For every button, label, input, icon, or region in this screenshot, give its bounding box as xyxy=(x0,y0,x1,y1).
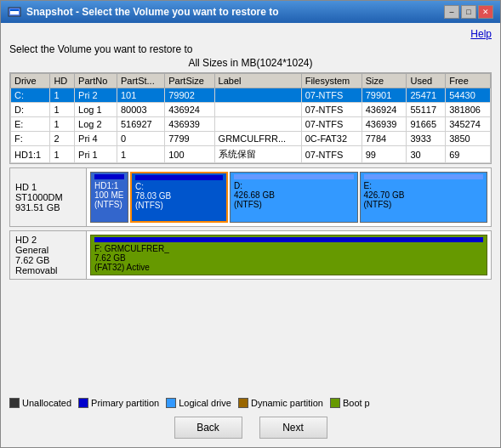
legend-unallocated-label: Unallocated xyxy=(22,398,71,408)
table-cell: Pri 1 xyxy=(75,146,117,163)
partition-fs: (NTFS) xyxy=(135,201,223,210)
table-cell: D: xyxy=(11,103,50,117)
table-cell: 30 xyxy=(407,146,446,163)
table-cell: 07-NTFS xyxy=(301,88,362,103)
partition-label: HD1:1 xyxy=(94,181,124,190)
help-link[interactable]: Help xyxy=(470,28,492,40)
table-cell: 69 xyxy=(446,146,491,163)
table-cell: 79901 xyxy=(362,88,407,103)
minimize-button[interactable]: – xyxy=(444,5,459,19)
back-button[interactable]: Back xyxy=(174,417,242,439)
volumes-table: Drive HD PartNo PartSt... PartSize Label… xyxy=(10,73,491,163)
col-partst: PartSt... xyxy=(117,74,165,88)
partition-sub: 426.70 GB xyxy=(364,190,483,200)
table-row[interactable]: E:1Log 251692743693907-NTFS4369399166534… xyxy=(11,117,491,132)
title-bar-left: Snapshot - Select the Volume you want to… xyxy=(8,5,278,19)
partition-hd1-1[interactable]: HD1:1 100 ME (NTFS) xyxy=(90,172,128,223)
table-cell: 1 xyxy=(50,117,75,132)
legend-primary: Primary partition xyxy=(78,398,159,408)
disk1-row: HD 1 ST1000DM 931.51 GB HD1:1 100 ME (NT… xyxy=(9,167,492,227)
disk2-name: HD 2 xyxy=(15,235,81,245)
table-cell xyxy=(214,88,301,103)
window-title: Snapshot - Select the Volume you want to… xyxy=(26,6,278,18)
disk1-name: HD 1 xyxy=(15,182,81,192)
button-row: Back Next xyxy=(9,411,492,442)
col-drive: Drive xyxy=(11,74,50,88)
legend-logical: Logical drive xyxy=(166,398,231,408)
table-cell: 345274 xyxy=(446,117,491,132)
partition-fs: (NTFS) xyxy=(234,200,353,209)
maximize-button[interactable]: □ xyxy=(461,5,476,19)
table-cell: 3933 xyxy=(407,132,446,146)
volumes-table-container: Drive HD PartNo PartSt... PartSize Label… xyxy=(9,72,492,164)
disk2-kind: Removabl xyxy=(15,265,81,275)
partition-fs: (FAT32) Active xyxy=(94,263,483,272)
table-cell: 436939 xyxy=(362,117,407,132)
legend-dynamic: Dynamic partition xyxy=(238,398,323,408)
disk1-info: HD 1 ST1000DM 931.51 GB xyxy=(10,168,87,226)
disk2-partitions: F: GRMCULFRER_ 7.62 GB (FAT32) Active xyxy=(87,231,491,279)
partition-fs: (NTFS) xyxy=(364,200,483,209)
partition-fs: (NTFS) xyxy=(94,200,124,209)
partition-label: D: xyxy=(234,181,353,190)
partition-d[interactable]: D: 426.68 GB (NTFS) xyxy=(230,172,357,223)
partition-bar xyxy=(364,174,483,179)
legend-boot-box xyxy=(330,398,340,408)
disk1-model: ST1000DM xyxy=(15,192,81,202)
legend-dynamic-box xyxy=(238,398,248,408)
partition-c[interactable]: C: 78.03 GB (NTFS) xyxy=(130,172,228,223)
app-icon xyxy=(8,5,21,19)
partition-e[interactable]: E: 426.70 GB (NTFS) xyxy=(360,172,487,223)
table-cell: HD1:1 xyxy=(11,146,50,163)
table-cell: 101 xyxy=(117,88,165,103)
partition-bar xyxy=(94,174,124,179)
table-cell: 381806 xyxy=(446,103,491,117)
partition-f[interactable]: F: GRMCULFRER_ 7.62 GB (FAT32) Active xyxy=(90,235,487,275)
table-cell: 91665 xyxy=(407,117,446,132)
table-cell: 516927 xyxy=(117,117,165,132)
partition-label: C: xyxy=(135,182,223,191)
table-cell: Log 2 xyxy=(75,117,117,132)
col-used: Used xyxy=(407,74,446,88)
table-row[interactable]: HD1:11Pri 11100系统保留07-NTFS993069 xyxy=(11,146,491,163)
partition-label: E: xyxy=(364,181,483,190)
partition-sub: 78.03 GB xyxy=(135,191,223,201)
table-cell xyxy=(214,117,301,132)
help-row: Help xyxy=(9,28,492,40)
table-cell: 100 xyxy=(165,146,214,163)
col-free: Free xyxy=(446,74,491,88)
col-size: Size xyxy=(362,74,407,88)
table-cell: 3850 xyxy=(446,132,491,146)
partition-sub: 100 ME xyxy=(94,190,124,200)
col-label: Label xyxy=(214,74,301,88)
content-area: Help Select the Volume you want to resto… xyxy=(1,23,500,447)
instruction-text: Select the Volume you want to restore to xyxy=(9,43,492,55)
partition-label: F: GRMCULFRER_ xyxy=(94,244,483,253)
table-cell: F: xyxy=(11,132,50,146)
legend-primary-label: Primary partition xyxy=(91,398,159,408)
table-cell: 436924 xyxy=(165,103,214,117)
table-cell: 79902 xyxy=(165,88,214,103)
table-cell: 54430 xyxy=(446,88,491,103)
size-note: All Sizes in MB(1024*1024) xyxy=(9,57,492,69)
table-cell: 07-NTFS xyxy=(301,117,362,132)
table-cell: 1 xyxy=(117,146,165,163)
table-cell: 1 xyxy=(50,88,75,103)
table-cell: 436924 xyxy=(362,103,407,117)
table-row[interactable]: D:1Log 18000343692407-NTFS43692455117381… xyxy=(11,103,491,117)
legend-boot-label: Boot p xyxy=(343,398,370,408)
table-cell: 1 xyxy=(50,103,75,117)
disk1-size: 931.51 GB xyxy=(15,202,81,213)
next-button[interactable]: Next xyxy=(259,417,327,439)
table-cell xyxy=(214,103,301,117)
close-button[interactable]: ✕ xyxy=(478,5,493,19)
legend-unallocated: Unallocated xyxy=(9,398,71,408)
col-hd: HD xyxy=(50,74,75,88)
table-row[interactable]: C:1Pri 21017990207-NTFS799012547154430 xyxy=(11,88,491,103)
col-filesystem: Filesystem xyxy=(301,74,362,88)
legend-logical-box xyxy=(166,398,176,408)
partition-bar xyxy=(234,174,353,179)
table-cell: 2 xyxy=(50,132,75,146)
legend-primary-box xyxy=(78,398,88,408)
table-row[interactable]: F:2Pri 407799GRMCULFRR...0C-FAT327784393… xyxy=(11,132,491,146)
